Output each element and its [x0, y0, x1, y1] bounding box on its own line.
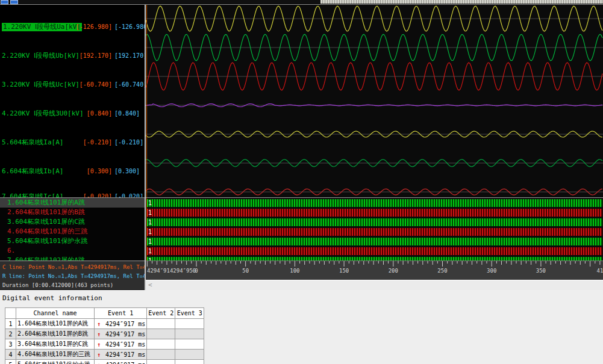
event-table: Channel name Event 1 Event 2 Event 3 1 1… — [5, 307, 204, 364]
table-row[interactable]: 5 5.604柘泉Ⅰ线101保护永跳 ↑4294″917 ms — [5, 360, 204, 364]
channel-label[interactable]: 1.220KV Ⅰ段母线Ua[kV] — [2, 23, 82, 31]
clipped-titlebar-text — [320, 0, 603, 4]
cursor-info-panel: C line: Point No.=1,Abs T=4294917ms, Rel… — [0, 261, 145, 289]
ref-value: [-0.210] — [114, 138, 145, 147]
waveform-analysis-window: 1.220KV Ⅰ段母线Ua[kV] [-126.980] [-126.980]… — [0, 0, 603, 364]
digital-channel-row-3[interactable]: 3.604柘泉Ⅰ线101屏的C跳 — [0, 217, 145, 227]
analog-channel-row-6[interactable]: 6.604柘泉Ⅰ线Ib[A] [0.300] [0.300] — [0, 167, 145, 176]
channel-label[interactable]: 5.604柘泉Ⅰ线Ia[A] — [2, 138, 63, 147]
c-cursor-info: C line: Point No.=1,Abs T=4294917ms, Rel… — [2, 263, 142, 272]
rising-edge-icon: ↑ — [97, 321, 101, 327]
channel-label[interactable]: 6.604柘泉Ⅰ线Ib[A] — [2, 167, 63, 176]
analog-channel-row-5[interactable]: 5.604柘泉Ⅰ线Ia[A] [-0.210] [-0.210] — [0, 138, 145, 147]
header-event3: Event 3 — [175, 308, 204, 319]
scroll-left-arrow-icon[interactable]: < — [148, 281, 152, 289]
ref-value: [0.840] — [114, 110, 145, 118]
channel-label[interactable]: 3.220KV Ⅰ段母线Uc[kV] — [2, 81, 80, 89]
time-axis-ruler[interactable]: 4294″914294″950 05010015020025030035041 — [146, 261, 603, 280]
ref-value: [-0.020] — [114, 193, 145, 197]
digital-channel-row-6[interactable]: 6. — [0, 246, 145, 256]
rising-edge-icon: ↑ — [97, 362, 101, 364]
r-cursor-info: R line: Point No.=1,Abs T=4294917ms, Rel… — [2, 272, 142, 281]
toolbar-button-2[interactable] — [10, 0, 18, 4]
cursor-value: [192.170] — [75, 52, 112, 60]
digital-trace-6[interactable]: 1 — [147, 247, 602, 255]
analog-channel-row-3[interactable]: 3.220KV Ⅰ段母线Uc[kV] [-60.740] [-60.740] — [0, 81, 145, 89]
table-row[interactable]: 2 2.604柘泉Ⅰ线101屏的B跳 ↑4294″917 ms — [5, 329, 204, 339]
axis-tick-label: 41 — [597, 268, 603, 274]
event-table-header: Channel name Event 1 Event 2 Event 3 — [5, 308, 204, 319]
ref-value: [0.300] — [114, 167, 145, 176]
cursor-value: [-60.740] — [75, 81, 112, 89]
digital-channel-row-7[interactable]: 7.604柘泉Ⅰ线102屏的A跳 — [0, 256, 145, 261]
digital-trace-panel[interactable]: 1 1 1 1 1 1 1 — [146, 197, 603, 261]
cursor-value: [-126.980] — [75, 23, 112, 31]
axis-tick-label: 350 — [536, 268, 546, 274]
axis-tick-label: 100 — [290, 268, 299, 274]
duration-info: Duration [0:00.412000](463 points) — [2, 281, 142, 289]
rising-edge-icon: ↑ — [97, 341, 101, 348]
table-row[interactable]: 3 3.604柘泉Ⅰ线101屏的C跳 ↑4294″917 ms — [5, 339, 204, 350]
horizontal-scrollbar[interactable]: < — [146, 280, 603, 290]
digital-trace-1[interactable]: 1 — [147, 199, 602, 207]
analog-channel-row-4[interactable]: 4.220KV Ⅰ段母线3U0[kV] [0.840] [0.840] — [0, 110, 145, 118]
digital-trace-2[interactable]: 1 — [147, 209, 602, 217]
analog-channel-row-1[interactable]: 1.220KV Ⅰ段母线Ua[kV] [-126.980] [-126.980] — [0, 23, 145, 31]
axis-tick-label: 200 — [389, 268, 398, 274]
digital-event-section: Digital event information Channel name E… — [0, 290, 603, 364]
analog-channel-label-panel: 1.220KV Ⅰ段母线Ua[kV] [-126.980] [-126.980]… — [0, 5, 145, 197]
header-event1: Event 1 — [95, 308, 147, 319]
channel-label[interactable]: 2.220KV Ⅰ段母线Ub[kV] — [2, 52, 80, 60]
table-row[interactable]: 1 1.604柘泉Ⅰ线101屏的A跳 ↑4294″917 ms — [5, 319, 204, 329]
top-strip — [0, 0, 603, 5]
cursor-value: [-0.020] — [75, 193, 112, 197]
header-channel-name: Channel name — [16, 308, 95, 319]
axis-tick-label: 0 — [195, 268, 198, 274]
cursor-value: [0.840] — [75, 110, 112, 118]
table-row[interactable]: 4 4.604柘泉Ⅰ线101屏的三跳 ↑4294″917 ms — [5, 350, 204, 360]
cursor-value: [-0.210] — [75, 138, 112, 147]
axis-tick-label: 250 — [437, 268, 447, 274]
digital-trace-3[interactable]: 1 — [147, 218, 602, 226]
rising-edge-icon: ↑ — [97, 351, 101, 358]
ref-value: [-60.740] — [114, 81, 145, 89]
ref-value: [192.170] — [114, 52, 145, 60]
analog-channel-row-7[interactable]: 7.604柘泉Ⅰ线Ic[A] [-0.020] [-0.020] — [0, 193, 145, 197]
toolbar-button-1[interactable] — [1, 0, 8, 4]
digital-channel-row-1[interactable]: 1.604柘泉Ⅰ线101屏的A跳 — [0, 198, 145, 208]
digital-channel-row-5[interactable]: 5.604柘泉Ⅰ线101保护永跳 — [0, 236, 145, 246]
axis-tick-label: 300 — [487, 268, 496, 274]
ref-value: [-126.980] — [114, 23, 145, 31]
digital-trace-4[interactable]: 1 — [147, 228, 602, 236]
rising-edge-icon: ↑ — [97, 331, 101, 338]
digital-channel-row-2[interactable]: 2.604柘泉Ⅰ线101屏的B跳 — [0, 208, 145, 217]
digital-channel-label-panel: 1.604柘泉Ⅰ线101屏的A跳 2.604柘泉Ⅰ线101屏的B跳 3.604柘… — [0, 197, 145, 261]
digital-trace-5[interactable]: 1 — [147, 238, 602, 245]
axis-tick-label: 150 — [339, 268, 349, 274]
header-event2: Event 2 — [147, 308, 175, 319]
digital-channel-row-4[interactable]: 4.604柘泉Ⅰ线101屏的三跳 — [0, 227, 145, 236]
channel-label[interactable]: 4.220KV Ⅰ段母线3U0[kV] — [2, 110, 84, 118]
channel-label[interactable]: 7.604柘泉Ⅰ线Ic[A] — [2, 193, 63, 197]
section-title: Digital event information — [2, 294, 102, 302]
cursor-value: [0.300] — [75, 167, 112, 176]
analog-waveform-panel[interactable] — [146, 5, 603, 197]
axis-tick-label: 50 — [242, 268, 249, 274]
analog-channel-row-2[interactable]: 2.220KV Ⅰ段母线Ub[kV] [192.170] [192.170] — [0, 52, 145, 60]
